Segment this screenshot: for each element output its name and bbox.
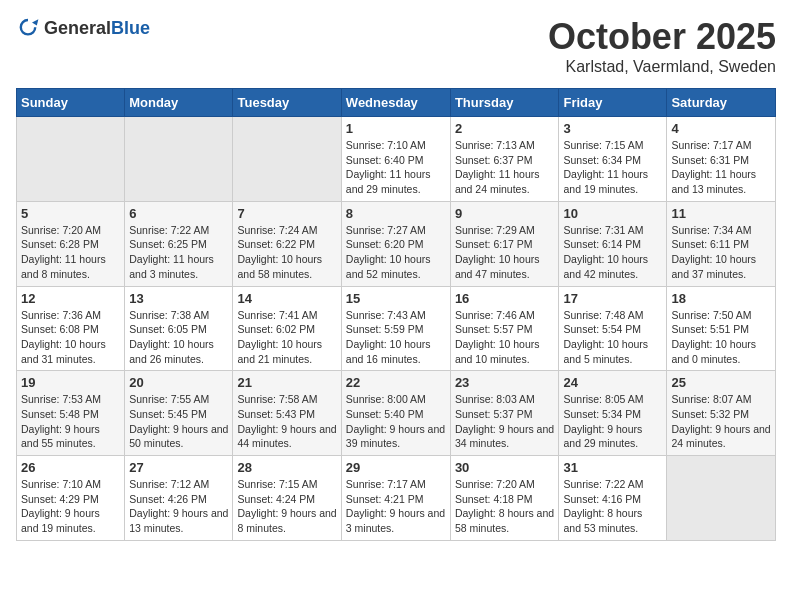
daylight-text: Daylight: 10 hours and 16 minutes. — [346, 337, 446, 366]
day-info: Sunrise: 8:00 AMSunset: 5:40 PMDaylight:… — [346, 392, 446, 451]
daylight-text: Daylight: 9 hours and 19 minutes. — [21, 506, 120, 535]
day-info: Sunrise: 7:20 AMSunset: 4:18 PMDaylight:… — [455, 477, 555, 536]
title-section: October 2025 Karlstad, Vaermland, Sweden — [548, 16, 776, 76]
sunset-text: Sunset: 4:26 PM — [129, 492, 228, 507]
day-number: 2 — [455, 121, 555, 136]
sunrise-text: Sunrise: 7:10 AM — [21, 477, 120, 492]
calendar-week-row: 12Sunrise: 7:36 AMSunset: 6:08 PMDayligh… — [17, 286, 776, 371]
day-info: Sunrise: 7:46 AMSunset: 5:57 PMDaylight:… — [455, 308, 555, 367]
day-info: Sunrise: 7:50 AMSunset: 5:51 PMDaylight:… — [671, 308, 771, 367]
sunset-text: Sunset: 5:59 PM — [346, 322, 446, 337]
sunrise-text: Sunrise: 7:46 AM — [455, 308, 555, 323]
table-row: 26Sunrise: 7:10 AMSunset: 4:29 PMDayligh… — [17, 456, 125, 541]
sunset-text: Sunset: 4:18 PM — [455, 492, 555, 507]
sunrise-text: Sunrise: 7:22 AM — [129, 223, 228, 238]
daylight-text: Daylight: 11 hours and 19 minutes. — [563, 167, 662, 196]
sunrise-text: Sunrise: 8:00 AM — [346, 392, 446, 407]
table-row — [233, 117, 341, 202]
calendar-week-row: 1Sunrise: 7:10 AMSunset: 6:40 PMDaylight… — [17, 117, 776, 202]
day-number: 9 — [455, 206, 555, 221]
sunrise-text: Sunrise: 7:41 AM — [237, 308, 336, 323]
day-number: 3 — [563, 121, 662, 136]
sunset-text: Sunset: 5:40 PM — [346, 407, 446, 422]
daylight-text: Daylight: 9 hours and 50 minutes. — [129, 422, 228, 451]
day-info: Sunrise: 8:07 AMSunset: 5:32 PMDaylight:… — [671, 392, 771, 451]
sunset-text: Sunset: 4:29 PM — [21, 492, 120, 507]
sunrise-text: Sunrise: 7:34 AM — [671, 223, 771, 238]
day-info: Sunrise: 7:53 AMSunset: 5:48 PMDaylight:… — [21, 392, 120, 451]
daylight-text: Daylight: 10 hours and 0 minutes. — [671, 337, 771, 366]
day-info: Sunrise: 7:22 AMSunset: 6:25 PMDaylight:… — [129, 223, 228, 282]
sunrise-text: Sunrise: 7:43 AM — [346, 308, 446, 323]
sunset-text: Sunset: 5:34 PM — [563, 407, 662, 422]
sunset-text: Sunset: 6:22 PM — [237, 237, 336, 252]
header-wednesday: Wednesday — [341, 89, 450, 117]
day-info: Sunrise: 8:03 AMSunset: 5:37 PMDaylight:… — [455, 392, 555, 451]
table-row: 15Sunrise: 7:43 AMSunset: 5:59 PMDayligh… — [341, 286, 450, 371]
table-row: 20Sunrise: 7:55 AMSunset: 5:45 PMDayligh… — [125, 371, 233, 456]
sunset-text: Sunset: 6:40 PM — [346, 153, 446, 168]
sunset-text: Sunset: 4:21 PM — [346, 492, 446, 507]
sunrise-text: Sunrise: 8:05 AM — [563, 392, 662, 407]
sunrise-text: Sunrise: 7:15 AM — [563, 138, 662, 153]
sunset-text: Sunset: 4:24 PM — [237, 492, 336, 507]
day-info: Sunrise: 7:20 AMSunset: 6:28 PMDaylight:… — [21, 223, 120, 282]
day-info: Sunrise: 7:10 AMSunset: 6:40 PMDaylight:… — [346, 138, 446, 197]
table-row: 16Sunrise: 7:46 AMSunset: 5:57 PMDayligh… — [450, 286, 559, 371]
daylight-text: Daylight: 10 hours and 47 minutes. — [455, 252, 555, 281]
day-info: Sunrise: 7:36 AMSunset: 6:08 PMDaylight:… — [21, 308, 120, 367]
day-number: 29 — [346, 460, 446, 475]
month-title: October 2025 — [548, 16, 776, 58]
header-tuesday: Tuesday — [233, 89, 341, 117]
daylight-text: Daylight: 9 hours and 39 minutes. — [346, 422, 446, 451]
daylight-text: Daylight: 11 hours and 3 minutes. — [129, 252, 228, 281]
day-number: 27 — [129, 460, 228, 475]
daylight-text: Daylight: 10 hours and 31 minutes. — [21, 337, 120, 366]
daylight-text: Daylight: 10 hours and 37 minutes. — [671, 252, 771, 281]
header-monday: Monday — [125, 89, 233, 117]
daylight-text: Daylight: 11 hours and 29 minutes. — [346, 167, 446, 196]
calendar-week-row: 26Sunrise: 7:10 AMSunset: 4:29 PMDayligh… — [17, 456, 776, 541]
table-row — [125, 117, 233, 202]
sunrise-text: Sunrise: 7:24 AM — [237, 223, 336, 238]
table-row: 30Sunrise: 7:20 AMSunset: 4:18 PMDayligh… — [450, 456, 559, 541]
sunrise-text: Sunrise: 7:20 AM — [455, 477, 555, 492]
day-info: Sunrise: 7:43 AMSunset: 5:59 PMDaylight:… — [346, 308, 446, 367]
sunset-text: Sunset: 6:20 PM — [346, 237, 446, 252]
daylight-text: Daylight: 9 hours and 8 minutes. — [237, 506, 336, 535]
header-saturday: Saturday — [667, 89, 776, 117]
day-number: 19 — [21, 375, 120, 390]
day-info: Sunrise: 7:55 AMSunset: 5:45 PMDaylight:… — [129, 392, 228, 451]
daylight-text: Daylight: 10 hours and 58 minutes. — [237, 252, 336, 281]
day-number: 12 — [21, 291, 120, 306]
day-number: 10 — [563, 206, 662, 221]
table-row: 22Sunrise: 8:00 AMSunset: 5:40 PMDayligh… — [341, 371, 450, 456]
sunrise-text: Sunrise: 7:27 AM — [346, 223, 446, 238]
daylight-text: Daylight: 10 hours and 10 minutes. — [455, 337, 555, 366]
sunset-text: Sunset: 6:31 PM — [671, 153, 771, 168]
day-number: 14 — [237, 291, 336, 306]
sunrise-text: Sunrise: 7:10 AM — [346, 138, 446, 153]
sunrise-text: Sunrise: 7:31 AM — [563, 223, 662, 238]
sunrise-text: Sunrise: 7:48 AM — [563, 308, 662, 323]
day-info: Sunrise: 7:41 AMSunset: 6:02 PMDaylight:… — [237, 308, 336, 367]
daylight-text: Daylight: 9 hours and 34 minutes. — [455, 422, 555, 451]
daylight-text: Daylight: 8 hours and 58 minutes. — [455, 506, 555, 535]
table-row: 1Sunrise: 7:10 AMSunset: 6:40 PMDaylight… — [341, 117, 450, 202]
daylight-text: Daylight: 10 hours and 42 minutes. — [563, 252, 662, 281]
calendar-week-row: 19Sunrise: 7:53 AMSunset: 5:48 PMDayligh… — [17, 371, 776, 456]
sunset-text: Sunset: 5:43 PM — [237, 407, 336, 422]
day-info: Sunrise: 7:31 AMSunset: 6:14 PMDaylight:… — [563, 223, 662, 282]
sunrise-text: Sunrise: 7:29 AM — [455, 223, 555, 238]
sunset-text: Sunset: 6:34 PM — [563, 153, 662, 168]
table-row: 12Sunrise: 7:36 AMSunset: 6:08 PMDayligh… — [17, 286, 125, 371]
sunrise-text: Sunrise: 7:50 AM — [671, 308, 771, 323]
day-info: Sunrise: 7:38 AMSunset: 6:05 PMDaylight:… — [129, 308, 228, 367]
sunrise-text: Sunrise: 7:12 AM — [129, 477, 228, 492]
table-row: 19Sunrise: 7:53 AMSunset: 5:48 PMDayligh… — [17, 371, 125, 456]
daylight-text: Daylight: 9 hours and 44 minutes. — [237, 422, 336, 451]
sunrise-text: Sunrise: 7:13 AM — [455, 138, 555, 153]
daylight-text: Daylight: 10 hours and 52 minutes. — [346, 252, 446, 281]
daylight-text: Daylight: 11 hours and 24 minutes. — [455, 167, 555, 196]
sunset-text: Sunset: 5:54 PM — [563, 322, 662, 337]
